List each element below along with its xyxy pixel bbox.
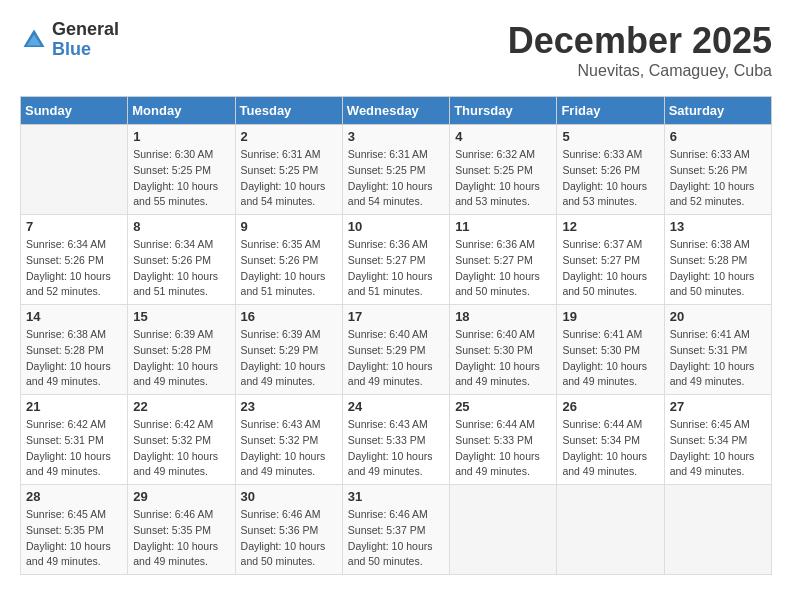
day-number: 19 [562, 309, 658, 324]
day-info: Sunrise: 6:39 AMSunset: 5:28 PMDaylight:… [133, 327, 229, 390]
calendar-week-row: 28Sunrise: 6:45 AMSunset: 5:35 PMDayligh… [21, 485, 772, 575]
day-info: Sunrise: 6:44 AMSunset: 5:33 PMDaylight:… [455, 417, 551, 480]
table-row [557, 485, 664, 575]
calendar-body: 1Sunrise: 6:30 AMSunset: 5:25 PMDaylight… [21, 125, 772, 575]
day-number: 25 [455, 399, 551, 414]
calendar-week-row: 21Sunrise: 6:42 AMSunset: 5:31 PMDayligh… [21, 395, 772, 485]
day-info: Sunrise: 6:40 AMSunset: 5:29 PMDaylight:… [348, 327, 444, 390]
day-number: 28 [26, 489, 122, 504]
header-wednesday: Wednesday [342, 97, 449, 125]
page-header: General Blue December 2025 Nuevitas, Cam… [20, 20, 772, 80]
table-row: 8Sunrise: 6:34 AMSunset: 5:26 PMDaylight… [128, 215, 235, 305]
day-info: Sunrise: 6:34 AMSunset: 5:26 PMDaylight:… [26, 237, 122, 300]
day-number: 11 [455, 219, 551, 234]
day-number: 20 [670, 309, 766, 324]
day-info: Sunrise: 6:40 AMSunset: 5:30 PMDaylight:… [455, 327, 551, 390]
day-number: 31 [348, 489, 444, 504]
logo-general-text: General [52, 20, 119, 40]
header-monday: Monday [128, 97, 235, 125]
location-title: Nuevitas, Camaguey, Cuba [508, 62, 772, 80]
day-info: Sunrise: 6:43 AMSunset: 5:32 PMDaylight:… [241, 417, 337, 480]
day-info: Sunrise: 6:36 AMSunset: 5:27 PMDaylight:… [455, 237, 551, 300]
day-info: Sunrise: 6:38 AMSunset: 5:28 PMDaylight:… [26, 327, 122, 390]
day-info: Sunrise: 6:33 AMSunset: 5:26 PMDaylight:… [562, 147, 658, 210]
calendar-week-row: 7Sunrise: 6:34 AMSunset: 5:26 PMDaylight… [21, 215, 772, 305]
day-info: Sunrise: 6:38 AMSunset: 5:28 PMDaylight:… [670, 237, 766, 300]
day-number: 10 [348, 219, 444, 234]
day-number: 22 [133, 399, 229, 414]
table-row: 13Sunrise: 6:38 AMSunset: 5:28 PMDayligh… [664, 215, 771, 305]
day-number: 7 [26, 219, 122, 234]
table-row: 24Sunrise: 6:43 AMSunset: 5:33 PMDayligh… [342, 395, 449, 485]
table-row: 6Sunrise: 6:33 AMSunset: 5:26 PMDaylight… [664, 125, 771, 215]
logo-text: General Blue [52, 20, 119, 60]
table-row: 25Sunrise: 6:44 AMSunset: 5:33 PMDayligh… [450, 395, 557, 485]
day-info: Sunrise: 6:36 AMSunset: 5:27 PMDaylight:… [348, 237, 444, 300]
day-info: Sunrise: 6:35 AMSunset: 5:26 PMDaylight:… [241, 237, 337, 300]
day-number: 26 [562, 399, 658, 414]
day-info: Sunrise: 6:41 AMSunset: 5:30 PMDaylight:… [562, 327, 658, 390]
table-row: 9Sunrise: 6:35 AMSunset: 5:26 PMDaylight… [235, 215, 342, 305]
table-row: 23Sunrise: 6:43 AMSunset: 5:32 PMDayligh… [235, 395, 342, 485]
header-saturday: Saturday [664, 97, 771, 125]
day-info: Sunrise: 6:31 AMSunset: 5:25 PMDaylight:… [348, 147, 444, 210]
day-info: Sunrise: 6:43 AMSunset: 5:33 PMDaylight:… [348, 417, 444, 480]
calendar-table: Sunday Monday Tuesday Wednesday Thursday… [20, 96, 772, 575]
day-number: 3 [348, 129, 444, 144]
day-number: 9 [241, 219, 337, 234]
day-info: Sunrise: 6:34 AMSunset: 5:26 PMDaylight:… [133, 237, 229, 300]
day-info: Sunrise: 6:42 AMSunset: 5:32 PMDaylight:… [133, 417, 229, 480]
table-row [21, 125, 128, 215]
day-number: 12 [562, 219, 658, 234]
header-tuesday: Tuesday [235, 97, 342, 125]
table-row: 18Sunrise: 6:40 AMSunset: 5:30 PMDayligh… [450, 305, 557, 395]
day-info: Sunrise: 6:41 AMSunset: 5:31 PMDaylight:… [670, 327, 766, 390]
table-row [450, 485, 557, 575]
title-block: December 2025 Nuevitas, Camaguey, Cuba [508, 20, 772, 80]
table-row: 16Sunrise: 6:39 AMSunset: 5:29 PMDayligh… [235, 305, 342, 395]
logo: General Blue [20, 20, 119, 60]
day-number: 18 [455, 309, 551, 324]
header-friday: Friday [557, 97, 664, 125]
table-row: 14Sunrise: 6:38 AMSunset: 5:28 PMDayligh… [21, 305, 128, 395]
day-info: Sunrise: 6:31 AMSunset: 5:25 PMDaylight:… [241, 147, 337, 210]
day-number: 4 [455, 129, 551, 144]
day-info: Sunrise: 6:30 AMSunset: 5:25 PMDaylight:… [133, 147, 229, 210]
day-info: Sunrise: 6:33 AMSunset: 5:26 PMDaylight:… [670, 147, 766, 210]
day-number: 6 [670, 129, 766, 144]
calendar-header: Sunday Monday Tuesday Wednesday Thursday… [21, 97, 772, 125]
day-info: Sunrise: 6:46 AMSunset: 5:36 PMDaylight:… [241, 507, 337, 570]
table-row: 11Sunrise: 6:36 AMSunset: 5:27 PMDayligh… [450, 215, 557, 305]
day-number: 8 [133, 219, 229, 234]
day-number: 23 [241, 399, 337, 414]
table-row: 29Sunrise: 6:46 AMSunset: 5:35 PMDayligh… [128, 485, 235, 575]
calendar-week-row: 14Sunrise: 6:38 AMSunset: 5:28 PMDayligh… [21, 305, 772, 395]
table-row: 31Sunrise: 6:46 AMSunset: 5:37 PMDayligh… [342, 485, 449, 575]
table-row: 15Sunrise: 6:39 AMSunset: 5:28 PMDayligh… [128, 305, 235, 395]
day-number: 15 [133, 309, 229, 324]
header-thursday: Thursday [450, 97, 557, 125]
table-row: 5Sunrise: 6:33 AMSunset: 5:26 PMDaylight… [557, 125, 664, 215]
day-info: Sunrise: 6:46 AMSunset: 5:37 PMDaylight:… [348, 507, 444, 570]
calendar-week-row: 1Sunrise: 6:30 AMSunset: 5:25 PMDaylight… [21, 125, 772, 215]
day-info: Sunrise: 6:46 AMSunset: 5:35 PMDaylight:… [133, 507, 229, 570]
header-sunday: Sunday [21, 97, 128, 125]
day-number: 29 [133, 489, 229, 504]
day-info: Sunrise: 6:42 AMSunset: 5:31 PMDaylight:… [26, 417, 122, 480]
table-row: 21Sunrise: 6:42 AMSunset: 5:31 PMDayligh… [21, 395, 128, 485]
header-row: Sunday Monday Tuesday Wednesday Thursday… [21, 97, 772, 125]
day-number: 13 [670, 219, 766, 234]
day-number: 17 [348, 309, 444, 324]
table-row: 22Sunrise: 6:42 AMSunset: 5:32 PMDayligh… [128, 395, 235, 485]
logo-blue-text: Blue [52, 40, 119, 60]
day-info: Sunrise: 6:32 AMSunset: 5:25 PMDaylight:… [455, 147, 551, 210]
table-row: 26Sunrise: 6:44 AMSunset: 5:34 PMDayligh… [557, 395, 664, 485]
table-row: 19Sunrise: 6:41 AMSunset: 5:30 PMDayligh… [557, 305, 664, 395]
day-number: 30 [241, 489, 337, 504]
day-number: 24 [348, 399, 444, 414]
table-row: 30Sunrise: 6:46 AMSunset: 5:36 PMDayligh… [235, 485, 342, 575]
day-info: Sunrise: 6:39 AMSunset: 5:29 PMDaylight:… [241, 327, 337, 390]
day-number: 1 [133, 129, 229, 144]
table-row: 10Sunrise: 6:36 AMSunset: 5:27 PMDayligh… [342, 215, 449, 305]
logo-icon [20, 26, 48, 54]
